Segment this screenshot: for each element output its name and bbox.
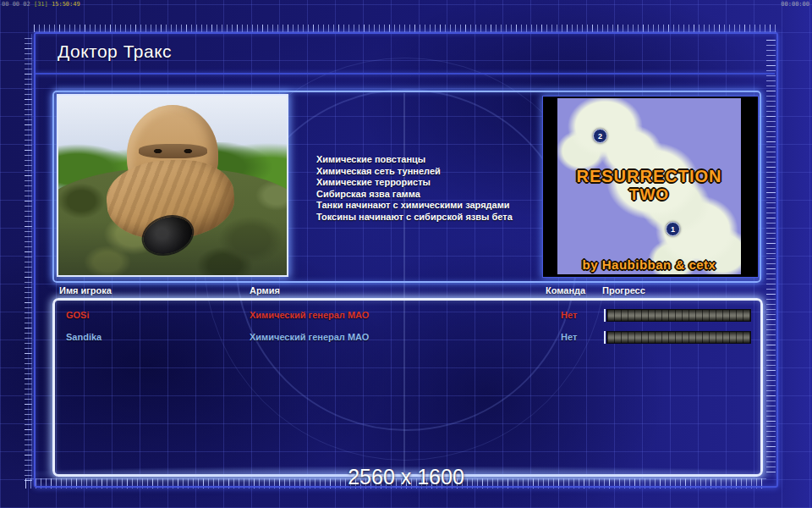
feature-line: Химические повстанцы	[316, 154, 545, 166]
map-start-marker-1: 1	[666, 222, 680, 236]
feature-line: Танки начинают с химическими зарядами	[316, 200, 545, 212]
debug-fps: [31]	[34, 1, 48, 8]
map-title: RESURRECTION TWO	[557, 168, 741, 203]
map-title-line1: RESURRECTION	[557, 168, 741, 185]
map-preview-panel: 2 1 RESURRECTION TWO by Haubibban & cetx	[542, 96, 759, 278]
ruler-top	[34, 25, 776, 32]
general-portrait	[57, 94, 288, 277]
feature-line: Сибирская язва гамма	[316, 189, 545, 201]
feature-line: Токсины начинают с сибирской язвы бета	[316, 212, 545, 224]
debug-timer-left: 00 00 02 [31] 15:50:49	[2, 1, 80, 8]
player-army: Химический генерал МАО	[250, 332, 369, 342]
column-header-team: Команда	[546, 285, 585, 295]
player-progressbar	[606, 331, 751, 344]
column-header-army: Армия	[250, 285, 280, 295]
title-divider	[36, 73, 775, 75]
debug-timer-right: 00:00:00	[781, 1, 809, 8]
resolution-label: 2560 x 1600	[0, 465, 812, 489]
column-header-progress: Прогресс	[602, 285, 645, 295]
ruler-left	[25, 34, 32, 481]
page-title: Доктор Тракс	[58, 41, 172, 62]
player-team: Нет	[561, 310, 577, 320]
portrait-shading	[58, 96, 287, 275]
feature-line: Химические террористы	[316, 177, 545, 189]
map-preview-image: 2 1 RESURRECTION TWO by Haubibban & cetx	[557, 98, 741, 274]
player-name: GOSi	[66, 310, 90, 320]
map-title-line2: TWO	[557, 185, 741, 203]
loading-screen: Доктор Тракс Химические повстанцы Химиче…	[0, 0, 812, 508]
player-team: Нет	[561, 332, 577, 342]
player-army: Химический генерал МАО	[250, 310, 369, 320]
feature-line: Химическая сеть туннелей	[316, 166, 545, 178]
map-start-marker-2: 2	[593, 129, 607, 143]
debug-clock: 15:50:49	[52, 1, 80, 8]
player-name: Sandika	[66, 332, 102, 342]
faction-feature-list: Химические повстанцы Химическая сеть тун…	[316, 154, 545, 223]
player-table-panel	[52, 298, 763, 477]
debug-elapsed: 00 00 02	[2, 1, 30, 8]
map-author-credit: by Haubibban & cetx	[557, 257, 741, 272]
player-progressbar	[606, 309, 751, 322]
column-header-player-name: Имя игрока	[59, 285, 112, 295]
